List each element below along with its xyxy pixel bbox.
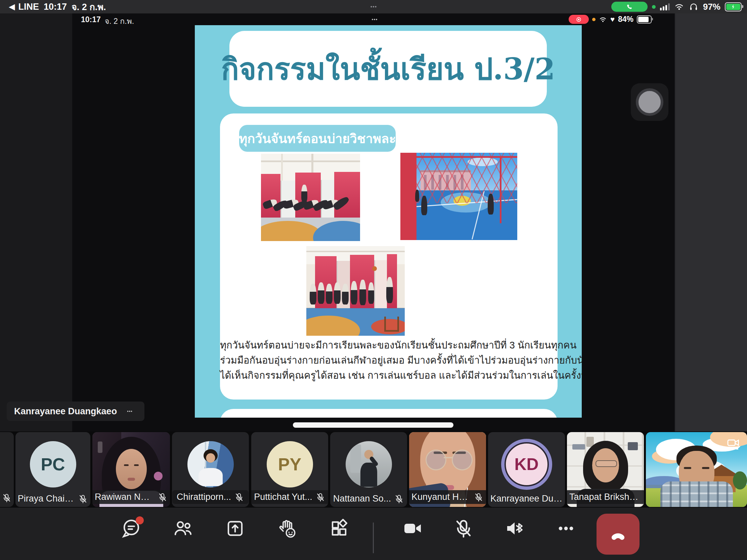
shared-screen-stage: 10:17 จ. 2 ก.พ. ♥ 84% กิจกรรมในชั้นเรียน… <box>0 14 747 431</box>
presenter-name-overlay[interactable]: Kanrayanee Duangkaeo <box>7 402 145 421</box>
headset-icon <box>689 2 699 12</box>
shared-device-status-bar: 10:17 จ. 2 ก.พ. ♥ 84% <box>72 14 674 26</box>
participant-name: Piraya Chaipa... <box>18 494 75 504</box>
photo-indoor-gym-game <box>306 246 405 336</box>
record-icon <box>575 16 583 23</box>
participant-name: Nattanan So... <box>333 494 391 504</box>
presentation-slide: กิจกรรมในชั้นเรียน ป.3/2 ทุกวันจันทร์ตอน… <box>195 25 582 418</box>
cellular-bars-icon <box>660 3 670 10</box>
avatar: KD <box>501 439 552 490</box>
screenshare-content: 10:17 จ. 2 ก.พ. ♥ 84% กิจกรรมในชั้นเรียน… <box>72 14 674 431</box>
participant-name: Puttichat Yut... <box>254 492 312 502</box>
shared-battery-percent: 84% <box>618 15 634 24</box>
mic-muted-icon <box>78 494 88 504</box>
participant-tile[interactable]: Rawiwan Nati... <box>93 432 170 507</box>
participant-name: Rawiwan Nati... <box>95 492 155 502</box>
back-app-label: LINE <box>18 2 39 12</box>
camera-flip-icon[interactable] <box>726 436 742 452</box>
photo-outdoor-court <box>401 153 517 240</box>
participant-tile[interactable]: PY Puttichat Yut... <box>251 432 328 507</box>
shared-status-time: 10:17 <box>81 15 101 27</box>
call-toolbar <box>0 508 747 560</box>
status-date: จ. 2 ก.พ. <box>72 0 106 14</box>
chair <box>384 317 399 332</box>
participant-tile[interactable]: Nattanan So... <box>330 432 407 507</box>
mic-muted-icon <box>394 494 404 504</box>
apps-button[interactable] <box>329 518 350 539</box>
battery-charging-icon <box>725 2 742 11</box>
battery-percent: 97% <box>703 2 720 12</box>
share-screen-icon <box>224 518 246 539</box>
orange-dot-indicator <box>592 18 595 21</box>
heart-icon: ♥ <box>610 16 615 23</box>
apps-icon <box>329 518 350 539</box>
back-to-app-link[interactable]: ◀ LINE <box>9 2 39 12</box>
scroll-indicator[interactable] <box>293 422 454 428</box>
toolbar-divider <box>373 523 374 553</box>
participant-tile[interactable]: PC Piraya Chaipa... <box>16 432 91 507</box>
back-triangle-icon: ◀ <box>9 2 15 11</box>
slide-paragraph: ทุกวันจันทร์ตอนบ่ายจะมีการเรียนพละของนัก… <box>220 338 558 383</box>
people-button[interactable] <box>172 518 194 539</box>
self-view-tile[interactable] <box>646 432 747 507</box>
assistive-touch-icon <box>636 88 663 116</box>
avatar-photo <box>187 441 234 487</box>
mic-muted-icon <box>157 492 168 502</box>
participant-tile-partial[interactable] <box>0 432 14 507</box>
hang-up-icon <box>606 523 630 546</box>
chat-button[interactable] <box>120 518 142 539</box>
avatar: PC <box>30 441 76 487</box>
participant-filmstrip[interactable]: PC Piraya Chaipa... Rawiwan Nati.. <box>0 431 747 508</box>
reactions-button[interactable] <box>277 518 298 539</box>
stage-right-rail <box>675 14 747 431</box>
slide-next-section-card <box>220 409 558 418</box>
slide-content-card: ทุกวันจันทร์ตอนบ่ายวิชาพละ <box>220 113 558 400</box>
green-dot-indicator <box>652 5 655 9</box>
shared-wifi-icon <box>599 16 607 24</box>
wifi-icon <box>674 2 684 12</box>
participant-tile[interactable]: Chirattiporn... <box>172 432 249 507</box>
photo-indoor-gym-warmup <box>261 154 360 241</box>
phone-icon <box>626 3 633 10</box>
mic-muted-icon <box>2 493 12 503</box>
presenter-name: Kanrayanee Duangkaeo <box>14 406 117 417</box>
chat-notification-dot <box>136 516 144 525</box>
participant-name: Tanapat Briksha... <box>569 492 642 502</box>
participant-name: Chirattiporn... <box>177 492 231 502</box>
audio-output-button[interactable] <box>504 518 525 539</box>
camera-button[interactable] <box>402 518 423 539</box>
microphone-button[interactable] <box>453 518 474 539</box>
slide-title: กิจกรรมในชั้นเรียน ป.3/2 <box>221 45 555 92</box>
device-status-bar: ◀ LINE 10:17 จ. 2 ก.พ. 97% <box>0 0 747 14</box>
participant-tile[interactable]: Kunyanut Ho... <box>409 432 486 507</box>
participant-name: Kunyanut Ho... <box>411 492 470 502</box>
people-icon <box>172 518 194 539</box>
speaker-bluetooth-icon <box>504 518 525 539</box>
participant-name: Kanrayanee Dua... <box>490 494 563 504</box>
avatar: PY <box>267 441 313 487</box>
status-time: 10:17 <box>44 2 67 12</box>
active-call-pill[interactable] <box>611 2 648 12</box>
mic-muted-icon <box>315 492 326 502</box>
avatar-photo <box>345 441 392 487</box>
ipad-screen: ◀ LINE 10:17 จ. 2 ก.พ. 97% 10:17 จ. 2 ก.… <box>0 0 747 560</box>
share-screen-button[interactable] <box>224 518 246 539</box>
status-more-dots-icon <box>366 2 381 11</box>
shared-status-more-dots-icon <box>368 16 381 24</box>
shared-status-date: จ. 2 ก.พ. <box>105 15 134 27</box>
shared-battery-icon <box>637 16 652 24</box>
screen-recording-pill[interactable] <box>569 15 589 24</box>
hang-up-button[interactable] <box>596 514 640 555</box>
mic-muted-icon <box>473 492 484 502</box>
presenter-more-menu-icon[interactable] <box>124 407 136 415</box>
camera-on-icon <box>402 518 423 539</box>
raise-hand-icon <box>277 518 298 539</box>
slide-title-card: กิจกรรมในชั้นเรียน ป.3/2 <box>229 31 547 107</box>
assistive-touch-button[interactable] <box>631 83 668 121</box>
participant-tile[interactable]: KD Kanrayanee Dua... <box>488 432 565 507</box>
mic-muted-icon <box>453 518 474 539</box>
participant-tile[interactable]: Tanapat Briksha... <box>567 432 644 507</box>
slide-section-badge: ทุกวันจันทร์ตอนบ่ายวิชาพละ <box>239 125 396 152</box>
more-options-button[interactable] <box>555 518 577 539</box>
more-dots-icon <box>555 518 577 539</box>
